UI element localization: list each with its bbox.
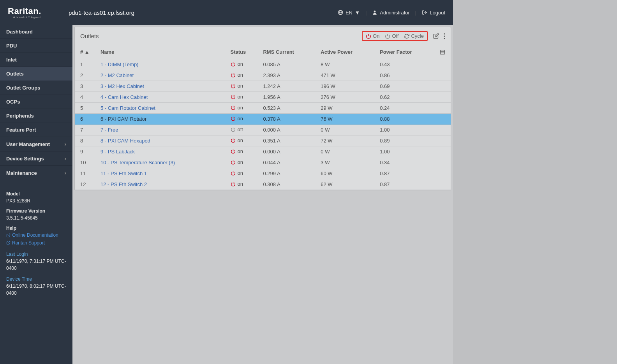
col-header-columns[interactable]	[437, 45, 451, 59]
outlet-name-link[interactable]: 2 - M2 Cabinet	[100, 72, 134, 78]
table-row[interactable]: 66 - PXI CAM Rotatoron0.378 A76 W0.88	[75, 114, 451, 125]
logout-icon	[422, 10, 427, 15]
sidebar-item-feature-port[interactable]: Feature Port	[0, 123, 72, 137]
sidebar-item-label: Dashboard	[6, 29, 33, 35]
outlet-name-link[interactable]: 6 - PXI CAM Rotator	[100, 116, 146, 122]
language-selector[interactable]: EN ▼	[338, 10, 360, 16]
outlet-rms: 0.523 A	[260, 103, 317, 114]
svg-point-1	[374, 11, 376, 12]
sidebar-item-outlet-groups[interactable]: Outlet Groups	[0, 81, 72, 95]
table-row[interactable]: 1212 - PS Eth Switch 2on0.308 A62 W0.87	[75, 179, 451, 190]
outlet-name-link[interactable]: 4 - Cam Hex Cabinet	[100, 94, 148, 100]
col-header-name[interactable]: Name	[97, 45, 227, 59]
outlet-number: 7	[75, 125, 97, 135]
sidebar-item-label: OCPs	[6, 99, 20, 105]
outlet-status: on	[231, 181, 243, 187]
outlet-power-factor: 0.69	[377, 81, 437, 92]
outlet-name-link[interactable]: 12 - PS Eth Switch 2	[100, 181, 147, 187]
outlet-power-factor: 1.00	[377, 146, 437, 157]
table-row[interactable]: 1111 - PS Eth Switch 1on0.299 A60 W0.87	[75, 168, 451, 179]
sidebar-item-device-settings[interactable]: Device Settings›	[0, 151, 72, 166]
outlet-name-link[interactable]: 8 - PXI CAM Hexapod	[100, 138, 150, 144]
col-header-status[interactable]: Status	[227, 45, 260, 59]
col-header-power-factor[interactable]: Power Factor	[377, 45, 437, 59]
table-row[interactable]: 11 - DIMM (Temp)on0.085 A8 W0.43	[75, 59, 451, 70]
col-header-rms[interactable]: RMS Current	[260, 45, 317, 59]
power-cycle-button[interactable]: Cycle	[404, 33, 424, 39]
table-row[interactable]: 44 - Cam Hex Cabineton1.956 A276 W0.62	[75, 92, 451, 103]
outlet-name-link[interactable]: 7 - Free	[100, 127, 118, 133]
logout-button[interactable]: Logout	[422, 10, 445, 16]
firmware-label: Firmware Version	[6, 207, 66, 215]
outlet-number: 9	[75, 146, 97, 157]
power-icon	[231, 116, 236, 121]
language-label: EN	[346, 10, 353, 16]
user-icon	[372, 10, 377, 15]
outlet-name-link[interactable]: 3 - M2 Hex Cabinet	[100, 83, 144, 89]
table-row[interactable]: 55 - Cam Rotator Cabineton0.523 A29 W0.2…	[75, 103, 451, 114]
edit-button[interactable]	[433, 33, 439, 39]
device-time-label: Device Time	[6, 276, 66, 283]
power-icon	[231, 138, 236, 143]
power-icon	[231, 105, 236, 110]
outlet-active-power: 471 W	[317, 70, 377, 81]
raritan-support-link[interactable]: Raritan Support	[6, 239, 45, 246]
svg-point-3	[444, 35, 445, 37]
outlet-status: on	[231, 170, 243, 176]
table-row[interactable]: 99 - PS LabJackon0.000 A0 W1.00	[75, 146, 451, 157]
sidebar-item-inlet[interactable]: Inlet	[0, 53, 72, 67]
cycle-icon	[404, 33, 409, 39]
outlet-rms: 1.956 A	[260, 92, 317, 103]
svg-rect-5	[441, 50, 445, 54]
sidebar-item-pdu[interactable]: PDU	[0, 39, 72, 53]
power-icon	[231, 94, 236, 99]
outlet-status: on	[231, 105, 243, 111]
sidebar-item-dashboard[interactable]: Dashboard	[0, 25, 72, 39]
table-row[interactable]: 88 - PXI CAM Hexapodon0.351 A72 W0.89	[75, 135, 451, 146]
topbar: Raritan. A brand of □ legrand pdu1-tea-a…	[0, 0, 453, 25]
sidebar-item-user-management[interactable]: User Management›	[0, 137, 72, 151]
outlet-power-factor: 0.88	[377, 114, 437, 125]
outlet-rms: 0.308 A	[260, 179, 317, 190]
outlet-name-link[interactable]: 9 - PS LabJack	[100, 149, 135, 155]
outlet-name-link[interactable]: 11 - PS Eth Switch 1	[100, 171, 147, 176]
sidebar-item-maintenance[interactable]: Maintenance›	[0, 166, 72, 180]
table-row[interactable]: 1010 - PS Temperature Scanner (3)on0.044…	[75, 157, 451, 168]
chevron-right-icon: ›	[64, 155, 66, 162]
device-time-value: 6/11/1970, 8:02:17 PM UTC-0400	[6, 283, 66, 297]
globe-icon	[338, 10, 343, 15]
sidebar-item-label: Device Settings	[6, 156, 44, 162]
more-menu-button[interactable]	[444, 33, 445, 39]
chevron-right-icon: ›	[64, 170, 66, 176]
outlet-power-factor: 0.86	[377, 70, 437, 81]
outlet-name-link[interactable]: 1 - DIMM (Temp)	[100, 62, 139, 67]
outlet-active-power: 72 W	[317, 135, 377, 146]
svg-point-2	[444, 33, 445, 34]
table-row[interactable]: 22 - M2 Cabineton2.393 A471 W0.86	[75, 70, 451, 81]
sidebar-item-label: Outlets	[6, 71, 24, 77]
sidebar-item-peripherals[interactable]: Peripherals	[0, 109, 72, 123]
sidebar-item-outlets[interactable]: Outlets	[0, 67, 72, 81]
table-row[interactable]: 33 - M2 Hex Cabineton1.242 A196 W0.69	[75, 81, 451, 92]
outlet-number: 11	[75, 168, 97, 179]
sidebar-item-ocps[interactable]: OCPs	[0, 95, 72, 109]
outlet-status: on	[231, 116, 243, 121]
table-row[interactable]: 77 - Freeoff0.000 A0 W1.00	[75, 125, 451, 135]
model-label: Model	[6, 190, 66, 197]
user-menu[interactable]: Administrator	[372, 10, 410, 16]
model-value: PX3-5288R	[6, 197, 66, 204]
sidebar-item-label: PDU	[6, 43, 17, 49]
outlet-name-link[interactable]: 10 - PS Temperature Scanner (3)	[100, 160, 175, 165]
col-header-active-power[interactable]: Active Power	[317, 45, 377, 59]
outlet-rms: 0.044 A	[260, 157, 317, 168]
power-on-button[interactable]: On	[366, 33, 379, 39]
outlet-number: 1	[75, 59, 97, 70]
power-off-button[interactable]: Off	[385, 33, 398, 39]
col-header-number[interactable]: # ▲	[75, 45, 97, 59]
external-link-icon	[6, 241, 11, 245]
sidebar-item-label: Feature Port	[6, 127, 36, 133]
online-documentation-link[interactable]: Online Documentation	[6, 232, 58, 239]
outlet-name-link[interactable]: 5 - Cam Rotator Cabinet	[100, 105, 155, 111]
outlet-power-factor: 0.87	[377, 179, 437, 190]
sidebar-item-label: Inlet	[6, 57, 17, 63]
